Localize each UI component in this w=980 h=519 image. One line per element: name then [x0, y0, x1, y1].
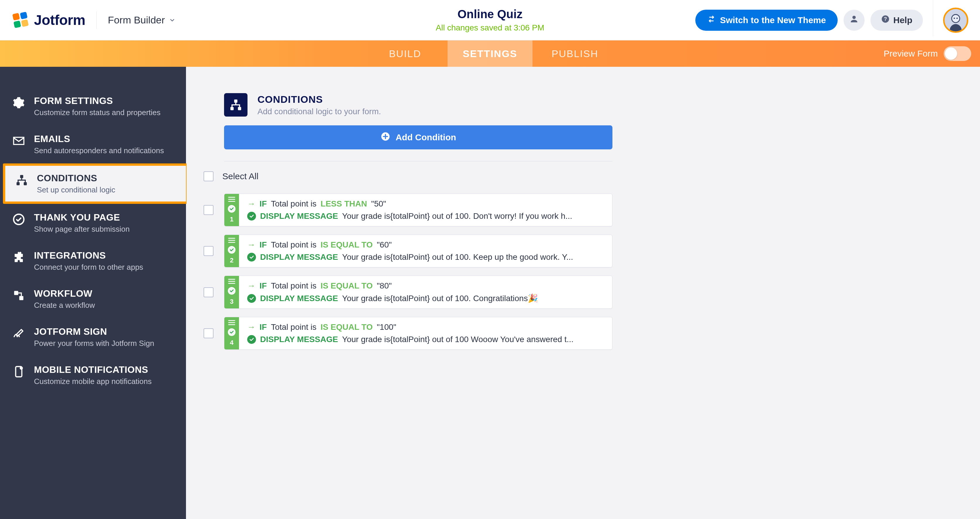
status-check-icon [228, 287, 235, 295]
sign-icon [12, 326, 26, 340]
sidebar-item-emails[interactable]: EMAILS Send autoresponders and notificat… [0, 125, 186, 164]
panel-title: CONDITIONS [258, 94, 381, 105]
check-circle-icon [247, 212, 256, 221]
logo-text: Jotform [34, 12, 85, 28]
condition-body: → IF Total point is LESS THAN "50" DISPL… [239, 194, 612, 226]
tab-settings[interactable]: SETTINGS [447, 40, 533, 67]
arrow-right-icon: → [247, 199, 255, 209]
action-message: Your grade is{totalPoint} out of 100 Woo… [342, 335, 604, 344]
sidebar-item-title: WORKFLOW [34, 288, 176, 299]
drag-handle[interactable]: 4 [224, 317, 239, 349]
sidebar-item-mobile[interactable]: MOBILE NOTIFICATIONS Customize mobile ap… [0, 356, 186, 394]
if-line: → IF Total point is IS EQUAL TO "60" [247, 240, 604, 250]
operator-label: IS EQUAL TO [321, 240, 373, 250]
if-keyword: IF [259, 322, 267, 332]
svg-rect-2 [13, 20, 21, 28]
logo-icon [12, 12, 29, 29]
svg-rect-3 [21, 19, 29, 27]
preview-toggle[interactable] [944, 46, 971, 61]
select-all-label: Select All [222, 171, 258, 181]
divider [933, 0, 933, 36]
svg-point-19 [20, 367, 22, 369]
condition-body: → IF Total point is IS EQUAL TO "60" DIS… [239, 235, 612, 267]
mobile-icon [12, 365, 26, 378]
condition-card[interactable]: 3 → IF Total point is IS EQUAL TO "80" D… [224, 275, 612, 309]
arrow-right-icon: → [247, 240, 255, 250]
sidebar-item-sub: Customize mobile app notifications [34, 377, 176, 386]
tab-publish[interactable]: PUBLISH [533, 40, 617, 67]
svg-point-10 [954, 17, 955, 19]
if-keyword: IF [259, 281, 267, 291]
field-label: Total point is [271, 281, 317, 291]
value-label: "50" [371, 199, 386, 209]
sidebar-item-title: MOBILE NOTIFICATIONS [34, 365, 176, 375]
action-keyword: DISPLAY MESSAGE [260, 212, 338, 221]
sidebar-item-conditions[interactable]: CONDITIONS Set up conditional logic [3, 164, 186, 204]
select-all-checkbox[interactable] [204, 171, 213, 181]
avatar[interactable] [943, 8, 968, 33]
header-actions: Switch to the New Theme ? Help [695, 8, 968, 33]
condition-row: 2 → IF Total point is IS EQUAL TO "60" D… [204, 235, 637, 267]
condition-card[interactable]: 1 → IF Total point is LESS THAN "50" DIS… [224, 194, 612, 226]
status-check-icon [228, 328, 235, 336]
save-status: All changes saved at 3:06 PM [436, 23, 544, 32]
form-title[interactable]: Online Quiz [436, 8, 544, 21]
svg-rect-16 [14, 291, 18, 295]
form-builder-dropdown[interactable]: Form Builder [108, 14, 175, 26]
condition-checkbox[interactable] [204, 287, 213, 297]
account-button[interactable] [843, 10, 865, 31]
condition-card[interactable]: 4 → IF Total point is IS EQUAL TO "100" … [224, 317, 612, 350]
help-button[interactable]: ? Help [870, 10, 923, 31]
settings-sidebar: FORM SETTINGS Customize form status and … [0, 67, 186, 519]
sidebar-item-sub: Show page after submission [34, 224, 176, 234]
svg-rect-13 [17, 182, 20, 185]
sidebar-item-thank-you[interactable]: THANK YOU PAGE Show page after submissio… [0, 204, 186, 242]
condition-checkbox[interactable] [204, 246, 213, 256]
drag-handle[interactable]: 3 [224, 276, 239, 309]
operator-label: IS EQUAL TO [321, 281, 373, 291]
action-keyword: DISPLAY MESSAGE [260, 294, 338, 303]
swap-icon [707, 14, 716, 25]
workflow-icon [12, 288, 26, 302]
drag-handle[interactable]: 1 [224, 194, 239, 226]
sidebar-item-title: INTEGRATIONS [34, 250, 176, 261]
if-line: → IF Total point is IS EQUAL TO "80" [247, 281, 604, 291]
panel-subtitle: Add conditional logic to your form. [258, 107, 381, 116]
condition-checkbox[interactable] [204, 328, 213, 338]
field-label: Total point is [271, 199, 317, 209]
switch-theme-button[interactable]: Switch to the New Theme [695, 10, 838, 31]
sidebar-item-form-settings[interactable]: FORM SETTINGS Customize form status and … [0, 87, 186, 125]
condition-number: 4 [230, 339, 234, 347]
sidebar-item-sub: Customize form status and properties [34, 108, 176, 117]
sidebar-item-workflow[interactable]: WORKFLOW Create a workflow [0, 280, 186, 318]
svg-rect-14 [24, 182, 27, 185]
value-label: "60" [377, 240, 391, 250]
grip-icon [228, 238, 235, 243]
top-bar: Jotform Form Builder Online Quiz All cha… [0, 0, 980, 40]
svg-rect-12 [20, 175, 24, 178]
status-check-icon [228, 246, 235, 254]
grip-icon [228, 320, 235, 325]
condition-checkbox[interactable] [204, 205, 213, 215]
sidebar-item-title: JOTFORM SIGN [34, 326, 176, 337]
select-all-row: Select All [204, 171, 637, 181]
tab-build[interactable]: BUILD [363, 40, 447, 67]
svg-rect-0 [12, 13, 20, 20]
sidebar-item-title: EMAILS [34, 134, 176, 144]
check-circle-icon [247, 335, 256, 344]
action-message: Your grade is{totalPoint} out of 100. Co… [342, 293, 604, 303]
sidebar-item-sign[interactable]: JOTFORM SIGN Power your forms with Jotfo… [0, 318, 186, 356]
svg-rect-21 [231, 107, 234, 110]
value-label: "100" [377, 322, 396, 332]
conditions-icon [14, 173, 29, 186]
condition-card[interactable]: 2 → IF Total point is IS EQUAL TO "60" D… [224, 235, 612, 267]
arrow-right-icon: → [247, 281, 255, 291]
add-condition-button[interactable]: Add Condition [224, 125, 612, 150]
arrow-right-icon: → [247, 322, 255, 332]
sidebar-item-integrations[interactable]: INTEGRATIONS Connect your form to other … [0, 242, 186, 280]
if-line: → IF Total point is IS EQUAL TO "100" [247, 322, 604, 332]
action-line: DISPLAY MESSAGE Your grade is{totalPoint… [247, 335, 604, 344]
preview-form-label: Preview Form [884, 49, 938, 59]
drag-handle[interactable]: 2 [224, 235, 239, 267]
value-label: "80" [377, 281, 391, 291]
